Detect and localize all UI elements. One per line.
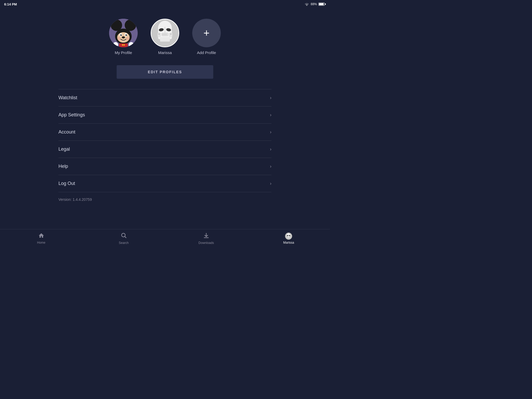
profiles-row: My Profile bbox=[109, 19, 221, 55]
app-settings-chevron: › bbox=[270, 112, 271, 118]
nav-marissa-avatar bbox=[285, 232, 292, 240]
home-icon bbox=[38, 232, 44, 240]
svg-point-16 bbox=[124, 44, 125, 46]
svg-point-10 bbox=[126, 35, 127, 35]
svg-point-15 bbox=[122, 44, 123, 46]
svg-point-7 bbox=[120, 34, 122, 36]
nav-home[interactable]: Home bbox=[0, 229, 83, 247]
account-label: Account bbox=[58, 129, 75, 135]
add-profile-label: Add Profile bbox=[197, 50, 216, 55]
main-content: My Profile bbox=[0, 8, 330, 207]
help-chevron: › bbox=[270, 164, 271, 169]
add-profile-item[interactable]: + Add Profile bbox=[192, 19, 221, 55]
menu-item-log-out[interactable]: Log Out › bbox=[58, 175, 271, 192]
nav-downloads-label: Downloads bbox=[198, 241, 214, 245]
account-chevron: › bbox=[270, 129, 271, 135]
status-time: 6:14 PM bbox=[4, 2, 17, 6]
edit-profiles-button[interactable]: EDIT PROFILES bbox=[117, 65, 213, 79]
svg-point-37 bbox=[122, 233, 125, 237]
help-label: Help bbox=[58, 164, 68, 169]
profiles-section: My Profile bbox=[109, 19, 221, 55]
nav-downloads[interactable]: Downloads bbox=[165, 229, 248, 247]
menu-item-help[interactable]: Help › bbox=[58, 158, 271, 175]
svg-point-18 bbox=[129, 42, 134, 47]
downloads-icon bbox=[203, 232, 209, 240]
add-icon: + bbox=[203, 28, 209, 38]
status-bar: 6:14 PM 88% bbox=[0, 0, 330, 8]
search-icon bbox=[121, 232, 127, 240]
legal-label: Legal bbox=[58, 147, 70, 152]
profile-marissa[interactable]: Marissa bbox=[151, 19, 179, 55]
add-profile-avatar: + bbox=[192, 19, 221, 47]
my-profile-avatar bbox=[109, 19, 138, 47]
svg-point-12 bbox=[117, 37, 121, 40]
nav-search[interactable]: Search bbox=[83, 229, 165, 247]
svg-point-17 bbox=[113, 42, 118, 47]
status-icons: 88% bbox=[304, 2, 326, 6]
nav-home-label: Home bbox=[37, 241, 45, 244]
svg-rect-32 bbox=[160, 37, 170, 42]
svg-rect-14 bbox=[119, 43, 128, 47]
watchlist-chevron: › bbox=[270, 95, 271, 101]
menu-section: Watchlist › App Settings › Account › Leg… bbox=[58, 89, 271, 207]
svg-point-41 bbox=[287, 233, 290, 237]
battery-percentage: 88% bbox=[311, 2, 317, 6]
svg-line-38 bbox=[125, 236, 127, 238]
nav-marissa-label: Marissa bbox=[283, 241, 294, 244]
menu-item-app-settings[interactable]: App Settings › bbox=[58, 107, 271, 124]
menu-item-legal[interactable]: Legal › bbox=[58, 141, 271, 158]
marissa-avatar bbox=[151, 19, 179, 47]
legal-chevron: › bbox=[270, 147, 271, 152]
svg-point-8 bbox=[125, 34, 127, 36]
wifi-icon bbox=[304, 2, 309, 6]
nav-marissa[interactable]: Marissa bbox=[248, 229, 330, 247]
battery-icon bbox=[318, 3, 326, 6]
svg-rect-44 bbox=[288, 236, 290, 237]
app-settings-label: App Settings bbox=[58, 112, 85, 118]
menu-item-account[interactable]: Account › bbox=[58, 124, 271, 141]
svg-point-11 bbox=[122, 36, 125, 38]
log-out-chevron: › bbox=[270, 181, 271, 186]
my-profile-label: My Profile bbox=[115, 50, 132, 55]
bottom-nav: Home Search Downloads bbox=[0, 229, 330, 247]
svg-point-13 bbox=[126, 37, 129, 40]
version-text: Version: 1.4.4.20759 bbox=[58, 192, 271, 207]
log-out-label: Log Out bbox=[58, 181, 75, 186]
svg-point-9 bbox=[121, 35, 122, 35]
watchlist-label: Watchlist bbox=[58, 95, 77, 101]
marissa-profile-label: Marissa bbox=[158, 50, 172, 55]
menu-item-watchlist[interactable]: Watchlist › bbox=[58, 89, 271, 107]
profile-my-profile[interactable]: My Profile bbox=[109, 19, 138, 55]
nav-search-label: Search bbox=[119, 241, 129, 245]
